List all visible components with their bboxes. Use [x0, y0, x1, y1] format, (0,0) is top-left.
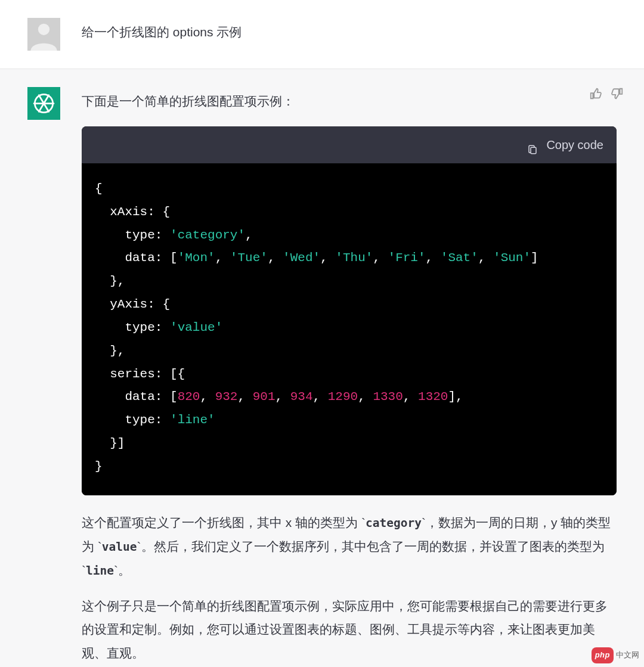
svg-point-0 [38, 24, 49, 35]
watermark-text: 中文网 [616, 648, 639, 663]
user-message-text: 给一个折线图的 options 示例 [82, 25, 242, 39]
user-message-row: 给一个折线图的 options 示例 [0, 0, 644, 69]
assistant-message-content: 下面是一个简单的折线图配置项示例： Copy code { xAxis: { t… [82, 87, 617, 667]
thumbs-up-icon[interactable] [589, 86, 602, 99]
person-icon [27, 18, 60, 51]
code-content[interactable]: { xAxis: { type: 'category', data: ['Mon… [82, 163, 617, 495]
watermark: php 中文网 [592, 647, 639, 663]
code-header: Copy code [82, 126, 617, 163]
assistant-explain-p2: 这个例子只是一个简单的折线图配置项示例，实际应用中，您可能需要根据自己的需要进行… [82, 594, 617, 666]
code-block: Copy code { xAxis: { type: 'category', d… [82, 126, 617, 495]
watermark-badge: php [592, 647, 614, 663]
text-fragment: 这个配置项定义了一个折线图，其中 x 轴的类型为 ` [82, 516, 366, 529]
inline-code-line: line [86, 564, 114, 578]
assistant-avatar [27, 87, 60, 120]
text-fragment: `。然后，我们定义了一个数据序列，其中包含了一周的数据，并设置了图表的类型为 ` [82, 539, 605, 577]
clipboard-icon[interactable] [527, 139, 538, 150]
thumbs-down-icon[interactable] [611, 86, 624, 99]
user-message-content: 给一个折线图的 options 示例 [82, 18, 617, 44]
assistant-explain-p1: 这个配置项定义了一个折线图，其中 x 轴的类型为 `category`，数据为一… [82, 511, 617, 582]
copy-code-button[interactable]: Copy code [546, 134, 603, 156]
svg-rect-2 [531, 147, 536, 154]
openai-icon [27, 87, 60, 120]
user-avatar [27, 18, 60, 51]
feedback-actions [589, 86, 624, 99]
text-fragment: `。 [114, 563, 131, 577]
inline-code-category: category [366, 516, 422, 530]
inline-code-value: value [102, 540, 137, 554]
assistant-message-row: 下面是一个简单的折线图配置项示例： Copy code { xAxis: { t… [0, 69, 644, 667]
assistant-intro: 下面是一个简单的折线图配置项示例： [82, 89, 617, 113]
